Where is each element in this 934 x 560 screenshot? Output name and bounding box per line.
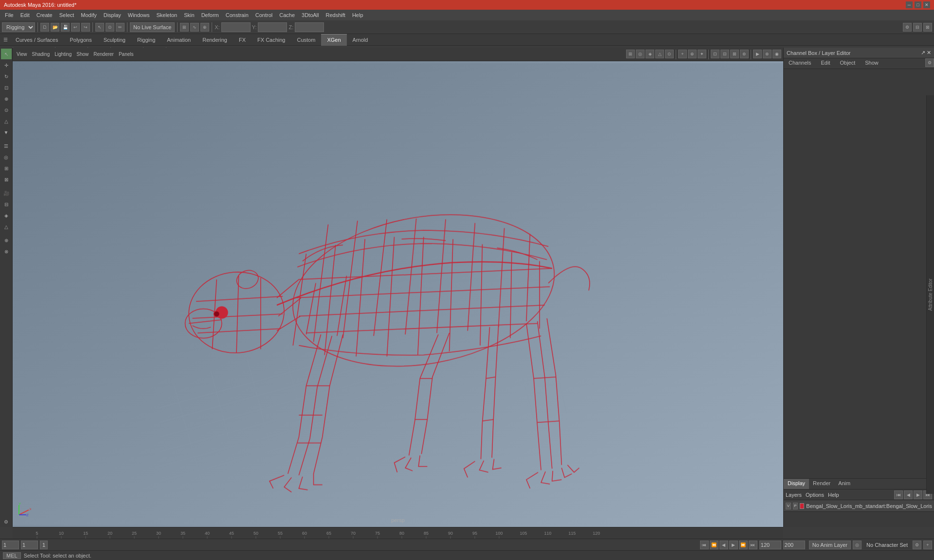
vp-icon11[interactable]: ⊠ xyxy=(730,50,739,58)
vp-icon3[interactable]: ◈ xyxy=(646,50,654,58)
paint-btn[interactable]: ✏ xyxy=(116,23,125,32)
menu-cache[interactable]: Cache xyxy=(276,11,298,19)
snap-grid-btn[interactable]: ⊞ xyxy=(180,23,189,32)
maximize-button[interactable]: □ xyxy=(915,1,921,8)
layer-nav-next[interactable]: ▶ xyxy=(914,490,922,499)
rotate-tool-btn[interactable]: ↻ xyxy=(1,71,12,82)
cb-tab-edit[interactable]: Edit xyxy=(816,58,835,69)
layer-nav-prev[interactable]: ◀ xyxy=(904,490,913,499)
menu-3dtool[interactable]: 3DtoAll xyxy=(299,11,322,19)
shading-menu[interactable]: Shading xyxy=(30,51,52,57)
menu-deform[interactable]: Deform xyxy=(198,11,222,19)
cb-tab-show[interactable]: Show xyxy=(860,58,883,69)
vp-icon13[interactable]: ▶ xyxy=(753,50,762,58)
le-tab-render[interactable]: Render xyxy=(809,479,834,489)
tab-fx-caching[interactable]: FX Caching xyxy=(251,34,291,46)
grid-btn[interactable]: ⊟ xyxy=(1,199,12,210)
show-menu[interactable]: Show xyxy=(74,51,90,57)
tab-fx[interactable]: FX xyxy=(233,34,251,46)
vp-icon6[interactable]: + xyxy=(678,50,687,58)
tab-settings-icon[interactable]: ☰ xyxy=(1,35,10,44)
tab-rigging[interactable]: Rigging xyxy=(131,34,161,46)
layer-display-btn[interactable]: ⊕ xyxy=(1,235,12,245)
new-scene-btn[interactable]: 🗋 xyxy=(40,23,49,32)
step-back-btn[interactable]: ⏪ xyxy=(710,541,718,549)
menu-windows[interactable]: Windows xyxy=(125,11,153,19)
menu-create[interactable]: Create xyxy=(34,11,55,19)
vp-icon1[interactable]: ⊞ xyxy=(626,50,635,58)
cb-float-icon[interactable]: ↗ xyxy=(921,50,925,56)
3d-viewport[interactable]: persp X Y Z xyxy=(13,61,783,527)
redo-btn[interactable]: ↪ xyxy=(81,23,90,32)
save-btn[interactable]: 💾 xyxy=(61,23,70,32)
cb-tab-object[interactable]: Object xyxy=(835,58,860,69)
menu-edit[interactable]: Edit xyxy=(18,11,33,19)
le-tab-anim[interactable]: Anim xyxy=(834,479,854,489)
start-frame-input[interactable] xyxy=(2,541,19,549)
lasso-btn[interactable]: ⊙ xyxy=(106,23,114,32)
select-tool-btn[interactable]: ↖ xyxy=(1,49,12,59)
menu-file[interactable]: File xyxy=(2,11,17,19)
le-tab-display[interactable]: Display xyxy=(784,479,809,489)
vp-icon12[interactable]: ⊛ xyxy=(740,50,749,58)
vp-icon14[interactable]: ⊗ xyxy=(763,50,772,58)
tab-xgen[interactable]: XGen xyxy=(321,34,346,46)
timeline-inner[interactable]: 5 10 15 20 25 30 35 40 45 50 55 60 65 70… xyxy=(13,527,783,539)
go-to-start-btn[interactable]: ⏮ xyxy=(700,541,709,549)
layer-visibility-btn[interactable]: V xyxy=(786,503,791,509)
menu-select[interactable]: Select xyxy=(56,11,77,19)
show-menu-btn[interactable]: ☰ xyxy=(1,140,12,151)
paint-weights-btn[interactable]: ▼ xyxy=(1,127,12,138)
camera-btn[interactable]: 🎥 xyxy=(1,188,12,198)
minimize-button[interactable]: ─ xyxy=(906,1,913,8)
menu-help[interactable]: Help xyxy=(349,11,366,19)
scale-tool-btn[interactable]: ⊡ xyxy=(1,82,12,93)
menu-constrain[interactable]: Constrain xyxy=(223,11,251,19)
menu-control[interactable]: Control xyxy=(252,11,275,19)
move-tool-btn[interactable]: ✛ xyxy=(1,60,12,70)
panel-icon[interactable]: ⊠ xyxy=(923,23,932,32)
soft-mod-btn[interactable]: ⊙ xyxy=(1,105,12,115)
vp-icon15[interactable]: ◉ xyxy=(772,50,781,58)
menu-skin[interactable]: Skin xyxy=(181,11,197,19)
frame-sel-btn[interactable]: ⊠ xyxy=(1,174,12,185)
settings-bottom-btn[interactable]: ⚙ xyxy=(1,516,12,527)
select-btn[interactable]: ↖ xyxy=(95,23,104,32)
view-menu[interactable]: View xyxy=(15,51,29,57)
y-input[interactable] xyxy=(258,22,287,32)
cb-close-icon[interactable]: ✕ xyxy=(927,50,931,56)
undo-btn[interactable]: ↩ xyxy=(71,23,80,32)
tab-curves-surfaces[interactable]: Curves / Surfaces xyxy=(10,34,64,46)
total-frames-input[interactable] xyxy=(783,541,805,549)
step-forward-btn[interactable]: ⏩ xyxy=(739,541,748,549)
tab-arnold[interactable]: Arnold xyxy=(347,34,374,46)
vp-icon9[interactable]: ⊡ xyxy=(711,50,719,58)
tab-sculpting[interactable]: Sculpting xyxy=(98,34,131,46)
xray-btn[interactable]: ◈ xyxy=(1,210,12,221)
vp-icon4[interactable]: △ xyxy=(655,50,664,58)
panels-menu[interactable]: Panels xyxy=(117,51,136,57)
universal-tool-btn[interactable]: ⊕ xyxy=(1,93,12,104)
layout-icon[interactable]: ⊟ xyxy=(913,23,922,32)
help-label[interactable]: Help xyxy=(828,492,839,498)
vp-icon10[interactable]: ⊟ xyxy=(720,50,729,58)
open-btn[interactable]: 📂 xyxy=(51,23,59,32)
menu-display[interactable]: Display xyxy=(101,11,124,19)
layer-btn[interactable]: ⊗ xyxy=(1,246,12,257)
vp-icon8[interactable]: ✦ xyxy=(698,50,706,58)
close-button[interactable]: ✕ xyxy=(923,1,930,8)
menu-modify[interactable]: Modify xyxy=(78,11,99,19)
frame-all-btn[interactable]: ⊞ xyxy=(1,163,12,174)
mode-dropdown[interactable]: Rigging xyxy=(2,22,35,32)
tab-custom[interactable]: Custom xyxy=(291,34,322,46)
renderer-menu[interactable]: Renderer xyxy=(91,51,116,57)
tab-rendering[interactable]: Rendering xyxy=(197,34,233,46)
current-frame-input[interactable] xyxy=(21,541,38,549)
script-mode-label[interactable]: MEL xyxy=(3,552,21,559)
play-forward-btn[interactable]: ▶ xyxy=(729,541,738,549)
layers-label[interactable]: Layers xyxy=(786,492,802,498)
layer-nav-first[interactable]: ⏮ xyxy=(894,490,903,499)
tab-polygons[interactable]: Polygons xyxy=(64,34,97,46)
menu-skeleton[interactable]: Skeleton xyxy=(153,11,180,19)
go-to-end-btn[interactable]: ⏭ xyxy=(749,541,757,549)
